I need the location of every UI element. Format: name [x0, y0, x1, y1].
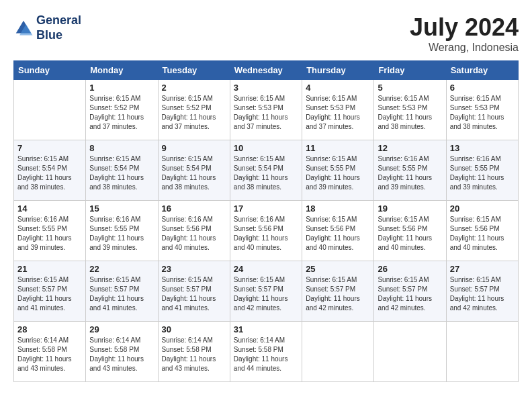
day-info: Sunrise: 6:16 AMSunset: 5:55 PMDaylight:…	[378, 154, 442, 192]
logo-text: General Blue	[36, 13, 81, 42]
calendar-cell: 1Sunrise: 6:15 AMSunset: 5:52 PMDaylight…	[86, 80, 158, 140]
calendar-cell: 23Sunrise: 6:15 AMSunset: 5:57 PMDayligh…	[158, 261, 230, 322]
day-number: 21	[17, 264, 82, 274]
day-info: Sunrise: 6:15 AMSunset: 5:53 PMDaylight:…	[450, 94, 515, 132]
day-number: 27	[450, 264, 515, 274]
day-number: 7	[17, 143, 82, 153]
calendar-cell: 2Sunrise: 6:15 AMSunset: 5:52 PMDaylight…	[158, 80, 230, 140]
day-info: Sunrise: 6:14 AMSunset: 5:58 PMDaylight:…	[89, 336, 154, 373]
calendar-cell	[14, 80, 86, 140]
calendar-cell	[446, 322, 518, 382]
day-info: Sunrise: 6:14 AMSunset: 5:58 PMDaylight:…	[234, 336, 298, 373]
weekday-header: Tuesday	[158, 61, 230, 80]
day-info: Sunrise: 6:15 AMSunset: 5:57 PMDaylight:…	[234, 275, 298, 313]
calendar-cell	[374, 322, 446, 382]
title-block: July 2024 Werang, Indonesia	[410, 13, 519, 54]
calendar-cell: 17Sunrise: 6:16 AMSunset: 5:56 PMDayligh…	[230, 201, 302, 261]
calendar-table: SundayMondayTuesdayWednesdayThursdayFrid…	[13, 60, 519, 382]
day-number: 9	[162, 143, 226, 153]
calendar-cell: 28Sunrise: 6:14 AMSunset: 5:58 PMDayligh…	[14, 322, 86, 382]
day-number: 2	[162, 83, 226, 93]
calendar-cell: 27Sunrise: 6:15 AMSunset: 5:57 PMDayligh…	[446, 261, 518, 322]
day-number: 18	[306, 203, 370, 214]
weekday-header: Sunday	[14, 61, 86, 80]
day-info: Sunrise: 6:15 AMSunset: 5:52 PMDaylight:…	[162, 94, 226, 132]
day-number: 26	[378, 264, 442, 274]
calendar-cell: 31Sunrise: 6:14 AMSunset: 5:58 PMDayligh…	[230, 322, 302, 382]
calendar-cell: 7Sunrise: 6:15 AMSunset: 5:54 PMDaylight…	[14, 140, 86, 201]
day-number: 6	[450, 83, 515, 93]
calendar-week-row: 1Sunrise: 6:15 AMSunset: 5:52 PMDaylight…	[14, 80, 519, 140]
page-header: General Blue July 2024 Werang, Indonesia	[13, 13, 519, 54]
calendar-cell: 15Sunrise: 6:16 AMSunset: 5:55 PMDayligh…	[86, 201, 158, 261]
day-number: 15	[89, 203, 154, 214]
day-info: Sunrise: 6:15 AMSunset: 5:56 PMDaylight:…	[450, 215, 515, 253]
day-number: 20	[450, 203, 515, 214]
calendar-cell: 12Sunrise: 6:16 AMSunset: 5:55 PMDayligh…	[374, 140, 446, 201]
day-number: 29	[89, 324, 154, 334]
day-info: Sunrise: 6:16 AMSunset: 5:55 PMDaylight:…	[450, 154, 515, 192]
calendar-header: SundayMondayTuesdayWednesdayThursdayFrid…	[14, 61, 519, 80]
day-info: Sunrise: 6:15 AMSunset: 5:53 PMDaylight:…	[306, 94, 370, 132]
location-title: Werang, Indonesia	[410, 42, 519, 54]
day-info: Sunrise: 6:16 AMSunset: 5:56 PMDaylight:…	[234, 215, 298, 253]
day-number: 24	[234, 264, 298, 274]
day-number: 23	[162, 264, 226, 274]
day-number: 4	[306, 83, 370, 93]
calendar-week-row: 7Sunrise: 6:15 AMSunset: 5:54 PMDaylight…	[14, 140, 519, 201]
day-info: Sunrise: 6:15 AMSunset: 5:57 PMDaylight:…	[162, 275, 226, 313]
calendar-cell: 11Sunrise: 6:15 AMSunset: 5:55 PMDayligh…	[302, 140, 374, 201]
calendar-cell: 4Sunrise: 6:15 AMSunset: 5:53 PMDaylight…	[302, 80, 374, 140]
calendar-cell: 25Sunrise: 6:15 AMSunset: 5:57 PMDayligh…	[302, 261, 374, 322]
day-info: Sunrise: 6:15 AMSunset: 5:57 PMDaylight:…	[306, 275, 370, 313]
logo: General Blue	[13, 13, 81, 42]
day-info: Sunrise: 6:15 AMSunset: 5:52 PMDaylight:…	[89, 94, 154, 132]
calendar-cell: 5Sunrise: 6:15 AMSunset: 5:53 PMDaylight…	[374, 80, 446, 140]
calendar-cell: 16Sunrise: 6:16 AMSunset: 5:56 PMDayligh…	[158, 201, 230, 261]
day-info: Sunrise: 6:15 AMSunset: 5:56 PMDaylight:…	[378, 215, 442, 253]
day-info: Sunrise: 6:15 AMSunset: 5:53 PMDaylight:…	[378, 94, 442, 132]
day-number: 11	[306, 143, 370, 153]
day-number: 14	[17, 203, 82, 214]
calendar-cell: 22Sunrise: 6:15 AMSunset: 5:57 PMDayligh…	[86, 261, 158, 322]
weekday-header: Thursday	[302, 61, 374, 80]
day-number: 30	[162, 324, 226, 334]
calendar-cell: 29Sunrise: 6:14 AMSunset: 5:58 PMDayligh…	[86, 322, 158, 382]
day-number: 8	[89, 143, 154, 153]
calendar-cell: 13Sunrise: 6:16 AMSunset: 5:55 PMDayligh…	[446, 140, 518, 201]
calendar-cell: 20Sunrise: 6:15 AMSunset: 5:56 PMDayligh…	[446, 201, 518, 261]
day-info: Sunrise: 6:15 AMSunset: 5:57 PMDaylight:…	[450, 275, 515, 313]
day-info: Sunrise: 6:15 AMSunset: 5:53 PMDaylight:…	[234, 94, 298, 132]
day-info: Sunrise: 6:15 AMSunset: 5:57 PMDaylight:…	[378, 275, 442, 313]
day-info: Sunrise: 6:15 AMSunset: 5:57 PMDaylight:…	[89, 275, 154, 313]
calendar-cell: 21Sunrise: 6:15 AMSunset: 5:57 PMDayligh…	[14, 261, 86, 322]
calendar-cell: 18Sunrise: 6:15 AMSunset: 5:56 PMDayligh…	[302, 201, 374, 261]
day-number: 28	[17, 324, 82, 334]
calendar-cell: 24Sunrise: 6:15 AMSunset: 5:57 PMDayligh…	[230, 261, 302, 322]
day-info: Sunrise: 6:16 AMSunset: 5:56 PMDaylight:…	[162, 215, 226, 253]
day-number: 17	[234, 203, 298, 214]
day-info: Sunrise: 6:14 AMSunset: 5:58 PMDaylight:…	[162, 336, 226, 373]
month-title: July 2024	[410, 13, 519, 42]
calendar-week-row: 21Sunrise: 6:15 AMSunset: 5:57 PMDayligh…	[14, 261, 519, 322]
calendar-cell	[302, 322, 374, 382]
calendar-cell: 30Sunrise: 6:14 AMSunset: 5:58 PMDayligh…	[158, 322, 230, 382]
day-number: 10	[234, 143, 298, 153]
day-number: 25	[306, 264, 370, 274]
weekday-header: Monday	[86, 61, 158, 80]
day-number: 5	[378, 83, 442, 93]
day-info: Sunrise: 6:14 AMSunset: 5:58 PMDaylight:…	[17, 336, 82, 373]
calendar-cell: 14Sunrise: 6:16 AMSunset: 5:55 PMDayligh…	[14, 201, 86, 261]
weekday-row: SundayMondayTuesdayWednesdayThursdayFrid…	[14, 61, 519, 80]
calendar-cell: 8Sunrise: 6:15 AMSunset: 5:54 PMDaylight…	[86, 140, 158, 201]
day-info: Sunrise: 6:15 AMSunset: 5:57 PMDaylight:…	[17, 275, 82, 313]
calendar-body: 1Sunrise: 6:15 AMSunset: 5:52 PMDaylight…	[14, 80, 519, 382]
day-info: Sunrise: 6:15 AMSunset: 5:56 PMDaylight:…	[306, 215, 370, 253]
day-info: Sunrise: 6:15 AMSunset: 5:54 PMDaylight:…	[234, 154, 298, 192]
calendar-cell: 26Sunrise: 6:15 AMSunset: 5:57 PMDayligh…	[374, 261, 446, 322]
calendar-week-row: 28Sunrise: 6:14 AMSunset: 5:58 PMDayligh…	[14, 322, 519, 382]
day-number: 16	[162, 203, 226, 214]
day-number: 31	[234, 324, 298, 334]
calendar-cell: 19Sunrise: 6:15 AMSunset: 5:56 PMDayligh…	[374, 201, 446, 261]
calendar-cell: 9Sunrise: 6:15 AMSunset: 5:54 PMDaylight…	[158, 140, 230, 201]
